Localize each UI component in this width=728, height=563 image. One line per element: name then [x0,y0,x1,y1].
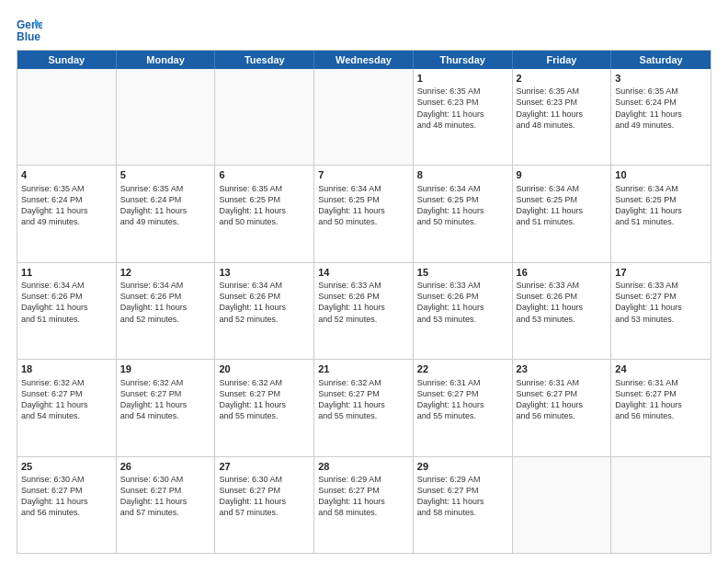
day-number: 27 [219,460,310,473]
day-number: 22 [417,362,508,375]
day-cell-10: 10Sunrise: 6:34 AM Sunset: 6:25 PM Dayli… [611,166,711,261]
logo: General Blue [17,17,46,42]
day-number: 5 [120,168,211,181]
day-info: Sunrise: 6:33 AM Sunset: 6:26 PM Dayligh… [318,280,409,325]
day-number: 3 [615,72,707,85]
day-number: 28 [318,460,409,473]
day-info: Sunrise: 6:33 AM Sunset: 6:26 PM Dayligh… [417,280,508,325]
day-cell-7: 7Sunrise: 6:34 AM Sunset: 6:25 PM Daylig… [314,166,414,261]
day-cell-26: 26Sunrise: 6:30 AM Sunset: 6:27 PM Dayli… [117,457,216,553]
day-info: Sunrise: 6:35 AM Sunset: 6:23 PM Dayligh… [417,86,508,131]
day-info: Sunrise: 6:35 AM Sunset: 6:24 PM Dayligh… [120,183,211,228]
calendar-body: 1Sunrise: 6:35 AM Sunset: 6:23 PM Daylig… [17,69,711,553]
day-info: Sunrise: 6:35 AM Sunset: 6:23 PM Dayligh… [517,86,608,131]
day-cell-22: 22Sunrise: 6:31 AM Sunset: 6:27 PM Dayli… [414,360,513,455]
day-number: 26 [120,460,211,473]
calendar-row-5: 25Sunrise: 6:30 AM Sunset: 6:27 PM Dayli… [17,457,711,553]
calendar-row-4: 18Sunrise: 6:32 AM Sunset: 6:27 PM Dayli… [17,360,711,456]
day-info: Sunrise: 6:33 AM Sunset: 6:27 PM Dayligh… [615,280,707,325]
header-day-saturday: Saturday [611,51,711,69]
day-cell-27: 27Sunrise: 6:30 AM Sunset: 6:27 PM Dayli… [215,457,314,553]
day-number: 29 [417,460,508,473]
day-cell-19: 19Sunrise: 6:32 AM Sunset: 6:27 PM Dayli… [117,360,216,455]
day-cell-13: 13Sunrise: 6:34 AM Sunset: 6:26 PM Dayli… [215,263,314,359]
day-number: 16 [517,266,608,279]
logo-icon: General Blue [17,17,42,42]
day-cell-12: 12Sunrise: 6:34 AM Sunset: 6:26 PM Dayli… [117,263,216,359]
day-info: Sunrise: 6:34 AM Sunset: 6:26 PM Dayligh… [21,280,112,325]
day-number: 1 [417,72,508,85]
day-cell-29: 29Sunrise: 6:29 AM Sunset: 6:27 PM Dayli… [414,457,513,553]
day-cell-20: 20Sunrise: 6:32 AM Sunset: 6:27 PM Dayli… [215,360,314,455]
day-cell-8: 8Sunrise: 6:34 AM Sunset: 6:25 PM Daylig… [414,166,513,261]
day-cell-5: 5Sunrise: 6:35 AM Sunset: 6:24 PM Daylig… [117,166,216,261]
day-info: Sunrise: 6:34 AM Sunset: 6:26 PM Dayligh… [219,280,310,325]
day-cell-28: 28Sunrise: 6:29 AM Sunset: 6:27 PM Dayli… [314,457,414,553]
day-cell-25: 25Sunrise: 6:30 AM Sunset: 6:27 PM Dayli… [17,457,117,553]
day-info: Sunrise: 6:34 AM Sunset: 6:25 PM Dayligh… [615,183,707,228]
day-info: Sunrise: 6:35 AM Sunset: 6:24 PM Dayligh… [615,86,707,131]
day-cell-empty [117,69,216,165]
day-cell-23: 23Sunrise: 6:31 AM Sunset: 6:27 PM Dayli… [513,360,612,455]
day-cell-empty [314,69,414,165]
day-info: Sunrise: 6:32 AM Sunset: 6:27 PM Dayligh… [219,377,310,422]
day-number: 19 [120,362,211,375]
calendar-row-2: 4Sunrise: 6:35 AM Sunset: 6:24 PM Daylig… [17,166,711,262]
day-cell-empty [17,69,117,165]
day-info: Sunrise: 6:30 AM Sunset: 6:27 PM Dayligh… [219,474,310,519]
day-number: 23 [517,362,608,375]
day-number: 9 [517,168,608,181]
day-info: Sunrise: 6:31 AM Sunset: 6:27 PM Dayligh… [517,377,608,422]
header-day-tuesday: Tuesday [215,51,314,69]
day-info: Sunrise: 6:30 AM Sunset: 6:27 PM Dayligh… [120,474,211,519]
day-number: 18 [21,362,112,375]
day-info: Sunrise: 6:32 AM Sunset: 6:27 PM Dayligh… [21,377,112,422]
day-info: Sunrise: 6:34 AM Sunset: 6:25 PM Dayligh… [318,183,409,228]
day-info: Sunrise: 6:34 AM Sunset: 6:25 PM Dayligh… [517,183,608,228]
day-number: 6 [219,168,310,181]
day-number: 2 [517,72,608,85]
day-info: Sunrise: 6:29 AM Sunset: 6:27 PM Dayligh… [417,474,508,519]
day-info: Sunrise: 6:34 AM Sunset: 6:25 PM Dayligh… [417,183,508,228]
header: General Blue [17,17,711,42]
day-info: Sunrise: 6:31 AM Sunset: 6:27 PM Dayligh… [615,377,707,422]
day-number: 13 [219,266,310,279]
day-info: Sunrise: 6:34 AM Sunset: 6:26 PM Dayligh… [120,280,211,325]
calendar: SundayMondayTuesdayWednesdayThursdayFrid… [17,50,711,554]
day-number: 21 [318,362,409,375]
header-day-friday: Friday [513,51,612,69]
day-number: 10 [615,168,707,181]
day-cell-9: 9Sunrise: 6:34 AM Sunset: 6:25 PM Daylig… [513,166,612,261]
calendar-row-1: 1Sunrise: 6:35 AM Sunset: 6:23 PM Daylig… [17,69,711,166]
calendar-row-3: 11Sunrise: 6:34 AM Sunset: 6:26 PM Dayli… [17,263,711,360]
day-cell-15: 15Sunrise: 6:33 AM Sunset: 6:26 PM Dayli… [414,263,513,359]
day-cell-1: 1Sunrise: 6:35 AM Sunset: 6:23 PM Daylig… [414,69,513,165]
day-number: 4 [21,168,112,181]
calendar-header: SundayMondayTuesdayWednesdayThursdayFrid… [17,51,711,69]
day-info: Sunrise: 6:30 AM Sunset: 6:27 PM Dayligh… [21,474,112,519]
day-number: 25 [21,460,112,473]
day-number: 17 [615,266,707,279]
page: General Blue SundayMondayTuesdayWednesda… [0,0,728,563]
day-cell-11: 11Sunrise: 6:34 AM Sunset: 6:26 PM Dayli… [17,263,117,359]
day-cell-empty [215,69,314,165]
day-number: 8 [417,168,508,181]
header-day-monday: Monday [117,51,216,69]
day-number: 15 [417,266,508,279]
day-number: 14 [318,266,409,279]
day-cell-18: 18Sunrise: 6:32 AM Sunset: 6:27 PM Dayli… [17,360,117,455]
day-cell-16: 16Sunrise: 6:33 AM Sunset: 6:26 PM Dayli… [513,263,612,359]
day-number: 20 [219,362,310,375]
day-number: 12 [120,266,211,279]
day-cell-17: 17Sunrise: 6:33 AM Sunset: 6:27 PM Dayli… [611,263,711,359]
day-info: Sunrise: 6:35 AM Sunset: 6:25 PM Dayligh… [219,183,310,228]
day-cell-4: 4Sunrise: 6:35 AM Sunset: 6:24 PM Daylig… [17,166,117,261]
day-number: 7 [318,168,409,181]
day-cell-2: 2Sunrise: 6:35 AM Sunset: 6:23 PM Daylig… [513,69,612,165]
day-number: 11 [21,266,112,279]
day-info: Sunrise: 6:32 AM Sunset: 6:27 PM Dayligh… [318,377,409,422]
day-cell-21: 21Sunrise: 6:32 AM Sunset: 6:27 PM Dayli… [314,360,414,455]
day-cell-24: 24Sunrise: 6:31 AM Sunset: 6:27 PM Dayli… [611,360,711,455]
day-number: 24 [615,362,707,375]
day-cell-6: 6Sunrise: 6:35 AM Sunset: 6:25 PM Daylig… [215,166,314,261]
